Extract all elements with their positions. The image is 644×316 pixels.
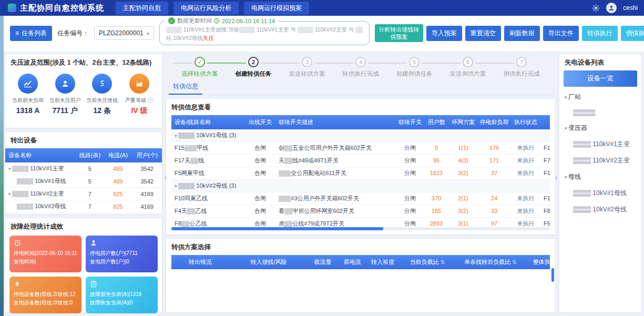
app-root: 主配协同自愈控制系统 主配协同自愈 电网运行风险分析 电网运行模拟预案 cesh… bbox=[4, 0, 644, 316]
cell-device-line-name: ▒▒▒▒ 10kV#1母线 (3) bbox=[171, 129, 245, 142]
cell-target-feeder: F8看守▒ bbox=[540, 205, 550, 217]
cell-outgoing-switch bbox=[245, 179, 275, 192]
user-avatar[interactable] bbox=[606, 3, 617, 13]
collapse-right-panel-handle[interactable]: › bbox=[553, 173, 559, 181]
metric-lost-load: 当前损失负荷 1318 A bbox=[11, 74, 45, 116]
background-image-sliver bbox=[0, 0, 4, 316]
collapse-left-panel-handle[interactable]: ‹ bbox=[162, 173, 169, 181]
cell-user-count: 2893 bbox=[424, 217, 449, 227]
device-tree-row[interactable]: 厂站 bbox=[564, 89, 637, 105]
cell-outgoing-switch: 合闸 bbox=[245, 141, 275, 154]
impact-metrics: 当前损失负荷 1318 A 当前失压用户 7711 户 bbox=[5, 70, 162, 116]
sort-icon[interactable]: ⇅ bbox=[512, 259, 516, 265]
cell-user-count: 3542 bbox=[132, 162, 162, 175]
nav-main-coordination[interactable]: 主配协同自愈 bbox=[116, 2, 168, 15]
transfer-info-row[interactable]: F17天▒▒线 合闸 天▒▒线#49或49T1开关 分闸 95 4(3) 171… bbox=[171, 154, 550, 167]
cell-ring-plan: 2(1) bbox=[449, 192, 477, 205]
user-icon bbox=[55, 74, 75, 94]
cell-line-count: 5 bbox=[76, 162, 104, 175]
transfer-info-row[interactable]: F5网夏甲线 合闸 ▒▒▒交公用配电站611开关 分闸 1823 3(2) 37… bbox=[171, 167, 550, 179]
stepper-step[interactable]: ✓ 2 创建转供任务 bbox=[227, 57, 280, 78]
nav-risk-analysis[interactable]: 电网运行风险分析 bbox=[173, 2, 239, 15]
col-device-name: 设备名称 bbox=[5, 148, 76, 162]
sort-icon[interactable]: ⇅ bbox=[441, 259, 445, 265]
transfer-info-row[interactable]: F15▒▒▒甲线 合闸 创▒▒五金公司用户外开关箱602开关 分闸 0 1(1)… bbox=[171, 141, 550, 154]
stepper-step[interactable]: ✓ 4 转供执行完成 bbox=[334, 57, 387, 78]
task-list-button[interactable]: ≡ 任务列表 bbox=[10, 26, 52, 41]
cell-device-name: ▒▒▒▒ 110kV#2主变 bbox=[5, 188, 76, 200]
horizontal-scrollbar[interactable] bbox=[171, 227, 550, 230]
transfer-info-row[interactable]: F8▒▒公乙线 合闸 虎▒▒公线#79或79T2开关 分闸 2893 3(1) … bbox=[171, 217, 550, 227]
step-label: 转供执行完成 bbox=[343, 70, 379, 78]
stepper-step[interactable]: ✓ 3 发送转供方案 bbox=[280, 57, 334, 78]
toolbar: ≡ 任务列表 任务编号： PLZG22000001 ▾ ✓ 数据更新时间 202… bbox=[4, 16, 644, 52]
transfer-info-row[interactable]: F10同夏乙线 合闸 ▒▒▒#3公用户外开关箱602开关 分闸 370 2(1)… bbox=[171, 192, 550, 205]
refresh-data-button[interactable]: 刷新数据 bbox=[504, 26, 540, 41]
import-plan-button[interactable]: 导入预案 bbox=[426, 26, 462, 41]
cell-user-count: 1823 bbox=[424, 167, 449, 179]
device-tree-row[interactable]: ▒▒▒▒ 10kV#2母线 bbox=[564, 201, 637, 218]
analyze-transfer-plan-button[interactable]: 分析转出馈线转供预案 bbox=[375, 24, 423, 43]
help-icon[interactable]: ? bbox=[148, 97, 154, 103]
step-circle: ✓ 3 bbox=[302, 57, 312, 67]
transfer-execute-button[interactable]: 转供执行 bbox=[582, 26, 618, 41]
cell-user-count: 370 bbox=[424, 192, 449, 205]
cell-tie-switch bbox=[396, 179, 424, 192]
transfer-out-row[interactable]: ▒▒▒▒ 110kV#1主变 5 489 3542 bbox=[5, 162, 162, 175]
nav-simulation-plan[interactable]: 电网运行模拟预案 bbox=[244, 2, 309, 15]
transfer-out-row[interactable]: ▒▒▒▒ 10kV#2母线 7 825 4169 bbox=[5, 200, 162, 213]
list-icon: ≡ bbox=[15, 29, 19, 37]
app-brand: 主配协同自愈控制系统 bbox=[8, 3, 104, 13]
device-tree: 厂站 ▒▒▒▒▒ 变压器 ▒▒▒▒ 110kV#1主变 ▒▒▒▒ 110kV#2… bbox=[559, 87, 641, 220]
settings-gear-icon[interactable] bbox=[592, 4, 600, 12]
stepper-step[interactable]: ✓ 1 选择转供方案 bbox=[173, 57, 227, 78]
transfer-info-row[interactable]: F4天▒▒乙线 合闸 看▒▒宇所公用环网室602开关 分闸 165 3(2) 3… bbox=[171, 205, 550, 217]
export-file-button[interactable]: 导出文件 bbox=[543, 26, 579, 41]
fault-description-line1: ▒▒▒▒ 110kV#1主变故障;导致▒▒▒▒ 110kV#1主变 与 ▒▒▒▒… bbox=[166, 26, 363, 34]
tab-transfer-info[interactable]: 转供信息 bbox=[169, 79, 202, 95]
col-current: 电流(A) bbox=[104, 148, 132, 162]
fault-stats-title: 故障处理统计成效 bbox=[5, 218, 162, 235]
col-original-current: 原电流 bbox=[338, 255, 367, 269]
device-tree-row[interactable]: ▒▒▒▒ 10kV#1母线 bbox=[564, 185, 637, 201]
stepper-step[interactable]: ✓ 6 发送倒供方案 bbox=[441, 57, 495, 78]
stepper-step[interactable]: ✓ 7 倒供执行完成 bbox=[495, 57, 548, 78]
transfer-info-title: 转供信息查看 bbox=[166, 99, 555, 115]
cell-target-feeder bbox=[540, 179, 550, 192]
top-header: 主配协同自愈控制系统 主配协同自愈 电网运行风险分析 电网运行模拟预案 cesh… bbox=[4, 0, 644, 16]
device-tree-row[interactable]: 母线 bbox=[564, 169, 637, 185]
cell-target-feeder: F5初春▒ bbox=[540, 217, 550, 227]
step-circle: ✓ 7 bbox=[516, 57, 527, 67]
device-tree-row[interactable]: ▒▒▒▒ 110kV#2主变 bbox=[564, 152, 637, 169]
step-check-icon: ✓ bbox=[197, 59, 202, 66]
cell-device-line-name: ▒▒▒▒ 10kV#2母线 (3) bbox=[171, 179, 245, 192]
task-no-value: PLZG22000001 bbox=[99, 29, 144, 37]
device-tree-row[interactable]: ▒▒▒▒▒ bbox=[564, 105, 637, 120]
stepper-step[interactable]: ✓ 5 创建倒供任务 bbox=[387, 57, 441, 78]
transfer-info-row[interactable]: ▒▒▒▒ 10kV#2母线 (3) bbox=[171, 179, 550, 192]
check-circle-icon: ✓ bbox=[168, 17, 175, 24]
task-no-select[interactable]: PLZG22000001 ▾ bbox=[94, 26, 154, 40]
device-tree-row[interactable]: 变压器 bbox=[564, 120, 637, 136]
transfer-out-row[interactable]: ▒▒▒▒ 110kV#2主变 7 825 4169 bbox=[5, 188, 162, 200]
cell-tie-switch: 分闸 bbox=[396, 192, 424, 205]
device-tree-row[interactable]: ▒▒▒▒ 110kV#1主变 bbox=[564, 136, 637, 152]
scrollbar-thumb[interactable] bbox=[171, 227, 383, 230]
transfer-info-row[interactable]: ▒▒▒▒ 10kV#1母线 (3) bbox=[171, 129, 550, 142]
cell-tie-switch: 分闸 bbox=[396, 141, 424, 154]
col-ring-plan: 环网方案 bbox=[449, 115, 477, 129]
reverse-supply-execute-button[interactable]: 倒供执行 bbox=[621, 26, 644, 41]
vertical-scrollbar-thumb[interactable] bbox=[551, 268, 554, 282]
transfer-out-row[interactable]: ▒▒▒▒ 10kV#1母线 5 489 3542 bbox=[5, 175, 162, 188]
cell-user-count bbox=[424, 129, 449, 142]
cell-exec-status: 未执行 bbox=[511, 217, 540, 227]
cell-exec-status bbox=[511, 129, 540, 142]
reset-clear-button[interactable]: 重置清空 bbox=[465, 26, 501, 41]
cell-user-count: 165 bbox=[424, 205, 449, 217]
cell-tie-switch-desc bbox=[275, 179, 396, 192]
cell-tie-switch-desc bbox=[275, 129, 396, 142]
col-exec-status: 执行状态 bbox=[511, 115, 540, 129]
step-circle: ✓ 2 bbox=[248, 57, 259, 67]
plan-select-panel: 转供方案选择 转出情况 转入馈线/风险 载流量 原电流 转入裕度 当前负载比⇅ bbox=[166, 238, 556, 313]
clock-icon bbox=[214, 18, 220, 24]
